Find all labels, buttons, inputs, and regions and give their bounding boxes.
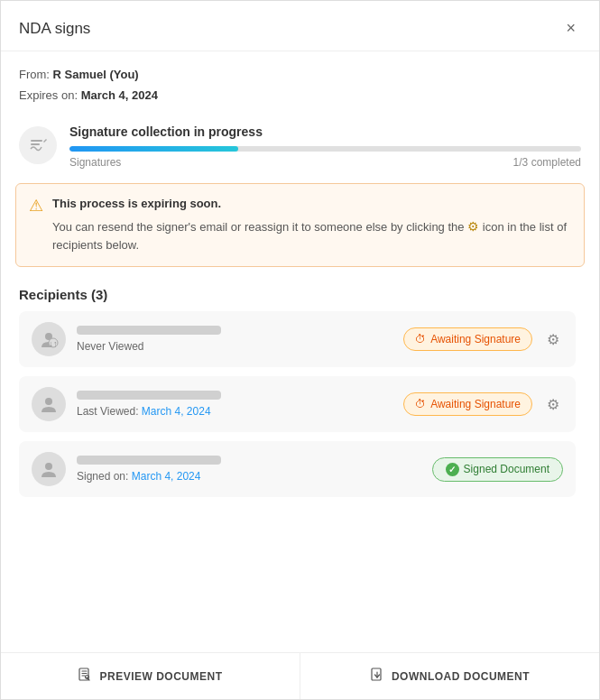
signatures-label: Signatures [69, 156, 121, 169]
modal-title: NDA signs [19, 20, 90, 38]
badge-label-1: Awaiting Signature [430, 333, 521, 345]
user-icon-3 [39, 459, 59, 479]
preview-icon [78, 668, 92, 685]
recipient-card-1: ↓↑ Never Viewed ⏱ Awaiting Signature ⚙ [19, 311, 576, 367]
recipient-email-blur-3 [77, 456, 221, 465]
recipient-avatar-2 [32, 387, 66, 421]
gear-button-1[interactable]: ⚙ [543, 329, 563, 350]
svg-text:↓↑: ↓↑ [50, 339, 58, 348]
modal-container: NDA signs × From: R Samuel (You) Expires… [0, 0, 600, 700]
modal-header: NDA signs × [1, 1, 599, 51]
recipient-email-blur-2 [77, 391, 221, 400]
download-label: DOWNLOAD DOCUMENT [392, 670, 530, 683]
awaiting-badge-1: ⏱ Awaiting Signature [403, 327, 532, 351]
recipient-status-1: Never Viewed [77, 340, 392, 353]
alert-title: This process is expiring soon. [52, 195, 571, 214]
signed-badge-3: ✓ Signed Document [432, 457, 563, 482]
from-row: From: R Samuel (You) [19, 64, 581, 85]
preview-label: PREVIEW DOCUMENT [99, 670, 222, 683]
completed-label: 1/3 completed [513, 156, 581, 169]
alert-text: This process is expiring soon. You can r… [52, 195, 571, 255]
clock-icon-1: ⏱ [415, 333, 426, 345]
svg-point-8 [86, 676, 89, 679]
recipient-info-1: Never Viewed [77, 326, 392, 353]
recipients-label: Recipients (3) [19, 287, 107, 302]
recipients-title: Recipients (3) [19, 287, 581, 302]
recipient-email-blur-1 [77, 326, 221, 335]
recipient-info-2: Last Viewed: March 4, 2024 [77, 391, 392, 418]
download-document-button[interactable]: DOWNLOAD DOCUMENT [300, 653, 599, 699]
preview-document-button[interactable]: PREVIEW DOCUMENT [1, 653, 300, 699]
from-value: R Samuel (You) [53, 68, 139, 81]
user-icon-2 [39, 394, 59, 414]
from-label: From: [19, 68, 50, 81]
alert-box: ⚠ This process is expiring soon. You can… [15, 183, 585, 267]
close-button[interactable]: × [560, 17, 581, 40]
gear-inline-icon: ⚙ [467, 216, 479, 236]
recipient-avatar-3 [32, 452, 66, 486]
recipient-card-2: Last Viewed: March 4, 2024 ⏱ Awaiting Si… [19, 376, 576, 432]
svg-rect-1 [31, 143, 40, 145]
check-icon-3: ✓ [446, 463, 459, 476]
progress-title: Signature collection in progress [69, 124, 581, 139]
progress-bar-container [69, 146, 581, 152]
signature-icon [28, 135, 48, 155]
progress-section: Signature collection in progress Signatu… [1, 115, 599, 183]
recipients-list-wrapper: ↓↑ Never Viewed ⏱ Awaiting Signature ⚙ [19, 311, 581, 577]
alert-icon: ⚠ [29, 196, 43, 216]
awaiting-badge-2: ⏱ Awaiting Signature [403, 392, 532, 416]
progress-icon [19, 126, 57, 164]
alert-body: You can resend the signer's email or rea… [52, 220, 465, 234]
expires-label: Expires on: [19, 88, 78, 102]
gear-button-2[interactable]: ⚙ [543, 394, 563, 415]
recipient-status-3: Signed on: March 4, 2024 [77, 470, 421, 483]
badge-label-3: Signed Document [464, 463, 549, 475]
recipient-info-3: Signed on: March 4, 2024 [77, 456, 421, 483]
recipient-card-3: Signed on: March 4, 2024 ✓ Signed Docume… [19, 441, 576, 497]
recipients-section: Recipients (3) ↓↑ [1, 281, 599, 583]
expires-value: March 4, 2024 [81, 88, 158, 102]
recipients-list[interactable]: ↓↑ Never Viewed ⏱ Awaiting Signature ⚙ [19, 311, 581, 577]
download-icon [370, 668, 384, 685]
modal-footer: PREVIEW DOCUMENT DOWNLOAD DOCUMENT [1, 652, 599, 699]
modal-meta: From: R Samuel (You) Expires on: March 4… [1, 51, 599, 115]
svg-point-6 [45, 463, 52, 470]
progress-content: Signature collection in progress Signatu… [69, 124, 581, 169]
recipient-avatar-1: ↓↑ [32, 322, 66, 356]
recipient-status-2: Last Viewed: March 4, 2024 [77, 405, 392, 418]
clock-icon-2: ⏱ [415, 398, 426, 410]
signed-on-date: March 4, 2024 [132, 470, 201, 483]
progress-bar-fill [69, 146, 238, 152]
svg-point-5 [45, 398, 52, 405]
expires-row: Expires on: March 4, 2024 [19, 85, 581, 106]
badge-label-2: Awaiting Signature [430, 398, 521, 410]
svg-rect-0 [31, 140, 42, 142]
last-viewed-date: March 4, 2024 [142, 405, 211, 418]
progress-label-row: Signatures 1/3 completed [69, 156, 581, 169]
user-icon-1: ↓↑ [39, 329, 59, 349]
